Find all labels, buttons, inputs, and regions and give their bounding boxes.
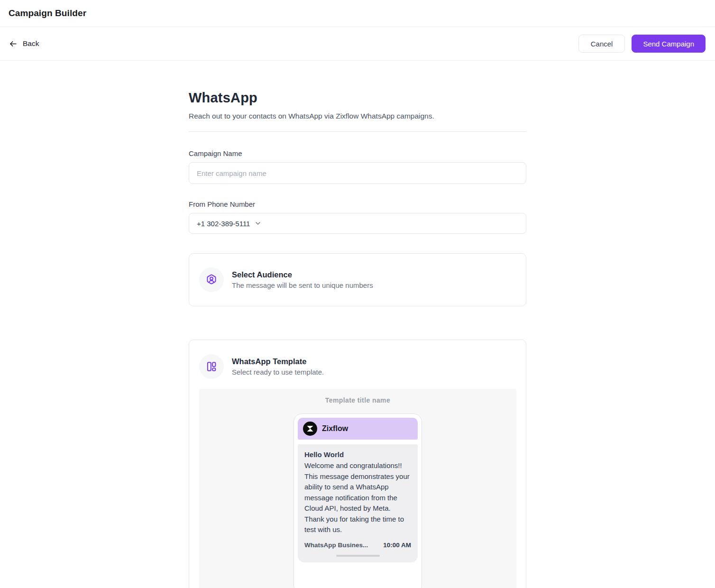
- template-icon-circle: [199, 354, 224, 379]
- campaign-name-label: Campaign Name: [189, 149, 526, 157]
- template-card-title: WhatsApp Template: [232, 357, 324, 366]
- template-card-text: WhatsApp Template Select ready to use te…: [232, 357, 324, 376]
- preview-brand-header: Zixflow: [298, 418, 418, 440]
- channel-subtitle: Reach out to your contacts on WhatsApp v…: [189, 112, 526, 120]
- from-phone-label: From Phone Number: [189, 200, 526, 208]
- from-phone-field: From Phone Number +1 302-389-5111: [189, 200, 526, 234]
- message-sender: WhatsApp Busines...: [304, 542, 368, 549]
- message-time: 10:00 AM: [383, 542, 411, 549]
- message-bubble: Hello World Welcome and congratulations!…: [298, 444, 418, 562]
- from-phone-select[interactable]: +1 302-389-5111: [189, 213, 526, 234]
- whatsapp-template-card: WhatsApp Template Select ready to use te…: [189, 340, 526, 588]
- app-title: Campaign Builder: [9, 8, 86, 18]
- message-preview-phone: Zixflow Hello World Welcome and congratu…: [293, 413, 422, 588]
- campaign-form: WhatsApp Reach out to your contacts on W…: [189, 61, 526, 588]
- template-card-header[interactable]: WhatsApp Template Select ready to use te…: [189, 354, 526, 379]
- back-button[interactable]: Back: [9, 39, 39, 48]
- preview-brand-name: Zixflow: [322, 424, 348, 433]
- campaign-name-field: Campaign Name: [189, 149, 526, 184]
- campaign-builder-app: Campaign Builder Back Cancel Send Campai…: [0, 0, 715, 588]
- back-label: Back: [23, 39, 39, 48]
- audience-card-title: Select Audience: [232, 270, 373, 279]
- toolbar-actions: Cancel Send Campaign: [578, 35, 706, 53]
- template-title-name: Template title name: [199, 396, 516, 404]
- template-preview-panel: Template title name Zixflow: [199, 389, 516, 588]
- template-layout-icon: [205, 360, 218, 373]
- bubble-handle-bar: [336, 555, 380, 557]
- top-header: Campaign Builder: [0, 0, 715, 27]
- select-audience-card[interactable]: Select Audience The message will be sent…: [189, 253, 526, 306]
- audience-card-text: Select Audience The message will be sent…: [232, 270, 373, 289]
- back-arrow-icon: [9, 39, 18, 48]
- divider: [189, 131, 526, 132]
- campaign-name-input[interactable]: [189, 162, 526, 184]
- template-card-subtitle: Select ready to use template.: [232, 368, 324, 376]
- message-title: Hello World: [304, 450, 411, 459]
- audience-card-subtitle: The message will be sent to unique numbe…: [232, 281, 373, 289]
- send-campaign-button[interactable]: Send Campaign: [632, 35, 706, 53]
- channel-title: WhatsApp: [189, 90, 526, 106]
- chevron-down-icon: [254, 220, 262, 227]
- audience-icon-circle: [199, 267, 224, 292]
- message-body: Welcome and congratulations!! This messa…: [304, 460, 411, 535]
- message-footer: WhatsApp Busines... 10:00 AM: [304, 542, 411, 549]
- action-toolbar: Back Cancel Send Campaign: [0, 27, 715, 61]
- user-hexagon-icon: [205, 274, 218, 286]
- from-phone-selected-value: +1 302-389-5111: [197, 220, 250, 228]
- cancel-button[interactable]: Cancel: [578, 35, 625, 53]
- zixflow-logo-icon: [303, 422, 317, 436]
